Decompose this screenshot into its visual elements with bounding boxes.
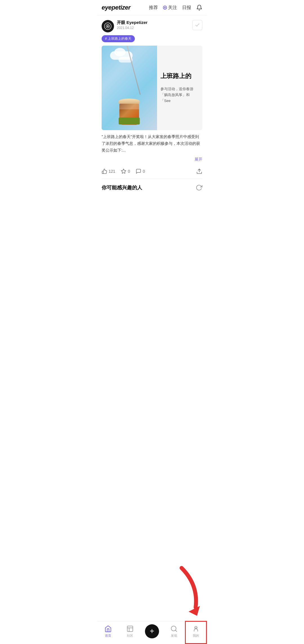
avatar-eye-icon: [104, 23, 111, 30]
nav-tab-discover-label: 发现: [171, 634, 177, 638]
like-button[interactable]: 121: [102, 168, 115, 174]
nav-follow-label: 关注: [168, 5, 177, 11]
mine-icon: [192, 625, 200, 632]
bottom-navigation: 首页 社区 + 发现: [97, 621, 207, 644]
cup-illustration: SeeSaw: [119, 99, 139, 125]
nav-recommend[interactable]: 推荐: [149, 5, 158, 11]
bookmark-check-button[interactable]: [192, 20, 202, 30]
post-media[interactable]: SeeSaw 上班路上的 参与活动，送你春游 「躺岛放风筝」和「See: [102, 46, 202, 130]
refresh-button[interactable]: [196, 184, 202, 191]
arrow-annotation: [173, 562, 207, 619]
app-header: eyepetizer 推荐 关注 日报: [97, 0, 207, 15]
author-avatar[interactable]: [102, 20, 114, 32]
media-desc-1: 参与活动，送你春游: [160, 86, 199, 92]
add-icon: +: [150, 627, 154, 635]
comment-icon: [136, 168, 141, 174]
svg-line-10: [175, 630, 177, 632]
post-header: 开眼 Eyepetizer 2021.04.12: [102, 20, 202, 32]
nav-tab-home[interactable]: 首页: [97, 625, 119, 638]
post-tag[interactable]: # 上班路上的春天: [102, 35, 135, 42]
nav-daily[interactable]: 日报: [182, 5, 191, 11]
suggestions-section-header: 你可能感兴趣的人: [97, 179, 207, 194]
media-title: 上班路上的: [160, 72, 199, 81]
share-button[interactable]: [196, 168, 202, 174]
svg-point-2: [107, 26, 109, 27]
nav-tab-community-label: 社区: [127, 634, 133, 638]
nav-tab-add[interactable]: +: [141, 624, 163, 638]
expand-button[interactable]: 展开: [102, 157, 202, 162]
post-author: 开眼 Eyepetizer: [117, 20, 192, 25]
like-icon: [102, 168, 107, 174]
comment-button[interactable]: 0: [136, 168, 145, 174]
post-content: "上班路上的春天"开奖啦！从大家发的春季照片中感受到了浓烈的春季气息，感谢大家的…: [102, 134, 202, 155]
community-icon: [126, 625, 134, 632]
post-card: 开眼 Eyepetizer 2021.04.12 # 上班路上的春天 SeeSa…: [97, 15, 207, 179]
star-count: 0: [128, 169, 130, 174]
page-bottom-spacer: [97, 194, 207, 223]
action-bar: 121 0 0: [102, 165, 202, 179]
post-meta: 开眼 Eyepetizer 2021.04.12: [117, 20, 192, 30]
nav-follow[interactable]: 关注: [163, 5, 177, 11]
home-icon: [104, 625, 112, 632]
media-photo: SeeSaw: [102, 46, 157, 130]
notification-bell-icon[interactable]: [196, 5, 202, 11]
svg-marker-3: [121, 169, 126, 174]
star-icon: [121, 168, 126, 174]
straw-decoration: [127, 46, 140, 95]
nav-tab-mine-label: 我的: [193, 634, 199, 638]
discover-icon: [170, 625, 178, 632]
app-logo: eyepetizer: [102, 4, 149, 11]
post-date: 2021.04.12: [117, 26, 192, 30]
like-count: 121: [109, 169, 115, 174]
nav-tab-home-label: 首页: [105, 634, 111, 638]
star-button[interactable]: 0: [121, 168, 130, 174]
add-button[interactable]: +: [145, 624, 159, 638]
svg-marker-5: [189, 606, 200, 616]
nav-recommend-label: 推荐: [149, 5, 158, 11]
comment-count: 0: [143, 169, 145, 174]
main-nav: 推荐 关注 日报: [149, 5, 202, 11]
nav-tab-community[interactable]: 社区: [119, 625, 141, 638]
suggestions-title: 你可能感兴趣的人: [102, 184, 196, 191]
svg-rect-6: [127, 626, 133, 632]
cup-foam: [119, 99, 140, 104]
media-desc-2: 「躺岛放风筝」和「See: [160, 92, 199, 104]
follow-dot-icon: [163, 6, 167, 10]
media-text-overlay: 上班路上的 参与活动，送你春游 「躺岛放风筝」和「See: [157, 46, 202, 130]
nav-daily-label: 日报: [182, 5, 191, 11]
cup-sleeve: [119, 117, 140, 125]
nav-tab-mine[interactable]: 我的: [185, 625, 207, 638]
nav-tab-discover[interactable]: 发现: [163, 625, 185, 638]
